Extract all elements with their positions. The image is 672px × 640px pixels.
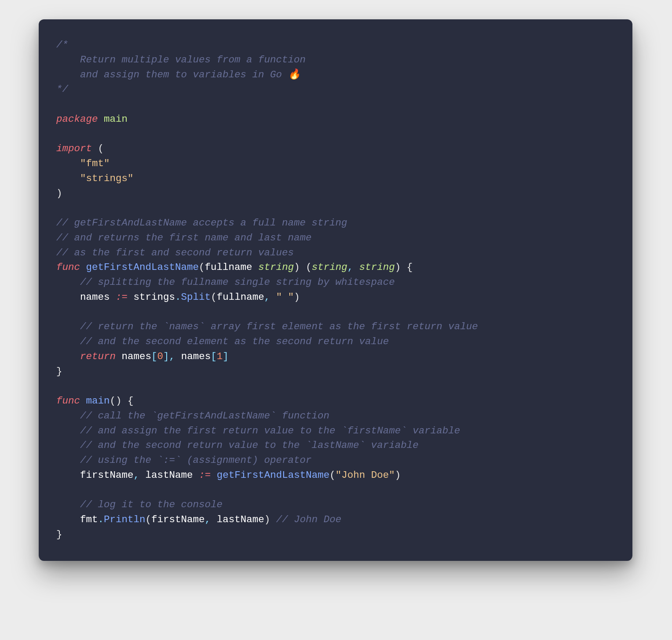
type-string: string [312,262,347,273]
code-card: /* Return multiple values from a functio… [39,19,632,561]
code-comment: Return multiple values from a function [56,54,306,65]
keyword-import: import [56,143,92,154]
paren-close: ) [116,395,122,407]
comma: , [264,291,270,303]
code-comment: // call the `getFirstAndLastName` functi… [80,410,329,422]
brace-close: } [56,529,62,540]
param-fullname: fullname [205,262,252,273]
code-comment: // splitting the fullname single string … [80,276,395,288]
paren-open: ( [211,291,217,303]
code-comment: // as the first and second return values [56,247,294,258]
code-comment: // and returns the first name and last n… [56,232,312,244]
arg-firstname: firstName [151,514,205,525]
number-0: 0 [157,351,164,362]
bracket-close: ] [163,351,169,362]
code-comment: // and assign the first return value to … [80,425,460,436]
import-strings: "strings" [80,173,134,184]
paren-open: ( [146,514,152,525]
keyword-return: return [80,351,116,362]
number-1: 1 [217,351,223,362]
code-comment: and assign them to variables in Go 🔥 [56,69,300,80]
type-string: string [258,262,294,273]
keyword-package: package [56,113,98,125]
dot: . [98,514,104,525]
identifier-lastname: lastName [146,469,193,481]
arg-lastname: lastName [217,514,264,525]
method-println: Println [104,514,146,525]
op-assign: := [116,291,128,303]
import-fmt: "fmt" [80,158,110,169]
paren-close: ) [395,262,401,273]
string-space: " " [276,291,294,303]
paren-open: ( [329,469,336,481]
code-comment: // using the `:=` (assignment) operator [80,455,312,466]
paren-close: ) [56,188,62,199]
code-comment: // return the `names` array first elemen… [80,321,478,332]
comma: , [134,469,140,481]
identifier-strings: strings [134,291,175,303]
paren-close: ) [294,291,300,303]
code-comment: // log it to the console [80,499,223,510]
func-call: getFirstAndLastName [217,469,330,481]
dot: . [175,291,181,303]
identifier-names: names [122,351,152,362]
keyword-func: func [56,262,80,273]
code-comment: /* [56,39,68,51]
type-string: string [359,262,395,273]
paren-open: ( [110,395,116,407]
page-background: /* Return multiple values from a functio… [0,0,672,640]
identifier-names: names [181,351,211,362]
code-comment: // getFirstAndLastName accepts a full na… [56,217,347,229]
paren-close: ) [395,469,401,481]
paren-close: ) [264,514,270,525]
code-comment: // and the second element as the second … [80,336,389,347]
brace-open: { [128,395,134,407]
identifier-firstname: firstName [80,469,134,481]
bracket-open: [ [211,351,217,362]
bracket-close: ] [223,351,229,362]
comma: , [169,351,175,362]
code-comment: // John Doe [276,514,342,525]
identifier-names: names [80,291,110,303]
identifier-main: main [104,113,128,125]
func-name: getFirstAndLastName [86,262,199,273]
method-split: Split [181,291,211,303]
op-assign: := [199,469,211,481]
paren-open: ( [306,262,312,273]
code-comment: */ [56,84,68,95]
paren-open: ( [98,143,104,154]
brace-open: { [407,262,413,273]
paren-open: ( [199,262,205,273]
comma: , [347,262,354,273]
arg-fullname: fullname [217,291,264,303]
code-block: /* Return multiple values from a functio… [56,38,615,542]
string-johndoe: "John Doe" [336,469,395,481]
brace-close: } [56,366,62,377]
comma: , [205,514,211,525]
func-main: main [86,395,110,407]
paren-close: ) [294,262,300,273]
bracket-open: [ [151,351,157,362]
keyword-func: func [56,395,80,407]
code-comment: // and the second return value to the `l… [80,440,419,451]
identifier-fmt: fmt [80,514,98,525]
